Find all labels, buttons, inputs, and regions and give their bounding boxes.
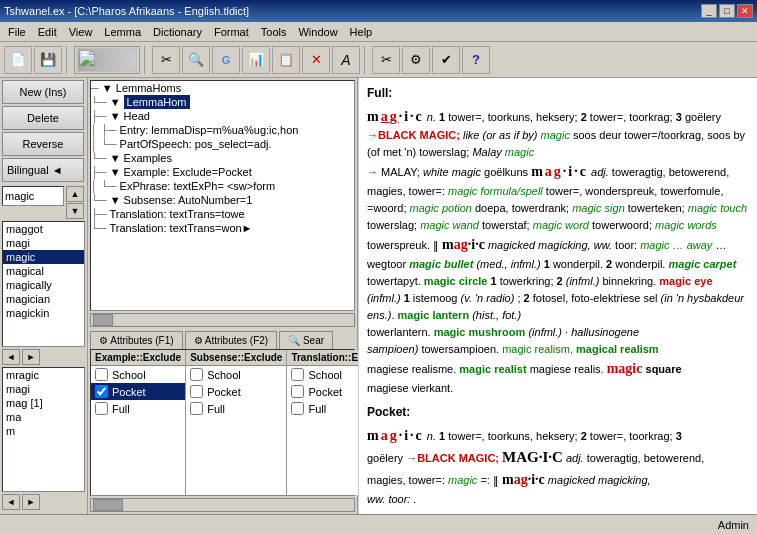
magic-square-label: square — [646, 363, 682, 375]
list-item[interactable]: magickin — [3, 306, 84, 320]
scroll-up-icon[interactable]: ▲ — [66, 186, 84, 202]
full-label-1: Full — [112, 403, 130, 415]
menu-lemma[interactable]: Lemma — [98, 24, 147, 40]
toolbar-chart[interactable]: 📊 — [242, 46, 270, 74]
full-checkbox-1[interactable] — [95, 402, 108, 415]
full-checkbox-row-1[interactable]: Full — [91, 400, 185, 417]
toolbar-font[interactable]: A — [332, 46, 360, 74]
toolbar-search[interactable]: 🔍 — [182, 46, 210, 74]
word-list[interactable]: maggot magi magic magical magically magi… — [2, 221, 85, 347]
tree-node[interactable]: ├─ ▼ Head — [91, 109, 354, 123]
pocket-adj: adj. toweragtig, betowerend, — [566, 452, 704, 464]
toolbar-gear[interactable]: ⚙ — [402, 46, 430, 74]
nav-left2-icon[interactable]: ◄ — [2, 494, 20, 510]
list-item[interactable]: mag [1] — [3, 396, 84, 410]
list-item[interactable]: magical — [3, 264, 84, 278]
list-item[interactable]: magi — [3, 236, 84, 250]
delete-button[interactable]: Delete — [2, 106, 84, 130]
bottom-hscroll-thumb[interactable] — [93, 499, 123, 511]
pocket-section-content: mag·i·c n. 1 tower=, toorkuns, heksery; … — [367, 425, 749, 509]
tab-attributes-f1[interactable]: ⚙ Attributes (F1) — [90, 331, 183, 349]
tree-hscrollbar[interactable] — [90, 313, 355, 327]
pocket-checkbox-row-1[interactable]: Pocket — [91, 383, 185, 400]
toolbar-clipboard[interactable]: 📋 — [272, 46, 300, 74]
list-item-selected[interactable]: magic — [3, 250, 84, 264]
toolbar-cut[interactable]: ✂ — [152, 46, 180, 74]
tree-node[interactable]: │ └─ ExPhrase: textExPh= <sw>form — [91, 179, 354, 193]
tree-node[interactable]: │ └─ PartOfSpeech: pos_select=adj. — [91, 137, 354, 151]
tab-attributes-f2[interactable]: ⚙ Attributes (F2) — [185, 331, 278, 349]
menu-tools[interactable]: Tools — [255, 24, 293, 40]
pocket-checkbox-2[interactable] — [190, 385, 203, 398]
maximize-button[interactable]: □ — [719, 4, 735, 18]
tree-node[interactable]: ├─ Translation: textTrans=towe — [91, 207, 354, 221]
full-checkbox-3[interactable] — [291, 402, 304, 415]
list-item[interactable]: m — [3, 424, 84, 438]
list-item[interactable]: magi — [3, 382, 84, 396]
pocket-checkbox-3[interactable] — [291, 385, 304, 398]
toolbar-delete[interactable]: ✕ — [302, 46, 330, 74]
menu-file[interactable]: File — [2, 24, 32, 40]
tab-search[interactable]: 🔍 Sear — [279, 331, 333, 349]
menu-dictionary[interactable]: Dictionary — [147, 24, 208, 40]
reverse-button[interactable]: Reverse — [2, 132, 84, 156]
tree-node[interactable]: └─ ▼ Examples — [91, 151, 354, 165]
tree-node[interactable]: └─ ▼ LemmaHom — [91, 95, 354, 109]
word-list-2[interactable]: mragic magi mag [1] ma m — [2, 367, 85, 493]
tree-area[interactable]: ─ ▼ LemmaHoms └─ ▼ LemmaHom ├─ ▼ Head │ … — [90, 80, 355, 311]
school-checkbox-1[interactable] — [95, 368, 108, 381]
school-checkbox-row-1[interactable]: School — [91, 366, 185, 383]
magic-formula: magic formula/spell — [448, 185, 543, 197]
pocket-ww-toor: ww. toor: . — [367, 493, 417, 505]
toolbar-google[interactable]: G — [212, 46, 240, 74]
new-button[interactable]: New (Ins) — [2, 80, 84, 104]
toolbar-check[interactable]: ✔ — [432, 46, 460, 74]
tree-node[interactable]: └─ Translation: textTrans=won► — [91, 221, 354, 235]
full-checkbox-row-2[interactable]: Full — [186, 400, 286, 417]
toolbar: 📄 💾 ✂ 🔍 G 📊 📋 ✕ A ✂ ⚙ ✔ ? — [0, 42, 757, 78]
school-checkbox-3[interactable] — [291, 368, 304, 381]
search-input[interactable] — [2, 186, 64, 206]
tree-node[interactable]: └─ ▼ Subsense: AutoNumber=1 — [91, 193, 354, 207]
tree-node[interactable]: ├─ ▼ Example: Exclude=Pocket — [91, 165, 354, 179]
infml-hallusin: (infml.) · hallusinogene — [528, 326, 639, 338]
nav-right2-icon[interactable]: ► — [22, 494, 40, 510]
tree-node[interactable]: │ ├─ Entry: lemmaDisp=m%ua%ug:ic,hon — [91, 123, 354, 137]
like-text: like (or as if by) — [463, 129, 541, 141]
scroll-down-icon[interactable]: ▼ — [66, 203, 84, 219]
list-item[interactable]: magically — [3, 278, 84, 292]
toolbar-scissors[interactable]: ✂ — [372, 46, 400, 74]
menu-format[interactable]: Format — [208, 24, 255, 40]
list-item[interactable]: mragic — [3, 368, 84, 382]
pocket-dot-text: =: ‖ — [480, 474, 502, 486]
menu-help[interactable]: Help — [344, 24, 379, 40]
minimize-button[interactable]: _ — [701, 4, 717, 18]
full-checkbox-2[interactable] — [190, 402, 203, 415]
status-bar: Admin — [0, 514, 757, 534]
magic-sign: magic sign — [572, 202, 625, 214]
bottom-hscrollbar[interactable] — [90, 498, 355, 512]
nav-arrows: ◄ ► — [2, 347, 85, 367]
center-panel: ─ ▼ LemmaHoms └─ ▼ LemmaHom ├─ ▼ Head │ … — [88, 78, 358, 514]
pocket-checkbox-1[interactable] — [95, 385, 108, 398]
school-checkbox-row-2[interactable]: School — [186, 366, 286, 383]
nav-left-icon[interactable]: ◄ — [2, 349, 20, 365]
school-checkbox-2[interactable] — [190, 368, 203, 381]
toolbar-save[interactable]: 💾 — [34, 46, 62, 74]
tree-node[interactable]: ─ ▼ LemmaHoms — [91, 81, 354, 95]
nav-right-icon[interactable]: ► — [22, 349, 40, 365]
menu-window[interactable]: Window — [292, 24, 343, 40]
list-item[interactable]: ma — [3, 410, 84, 424]
menu-view[interactable]: View — [63, 24, 99, 40]
magicked-text: magicked magicking, ww. toor: — [488, 239, 640, 251]
toolbar-help[interactable]: ? — [462, 46, 490, 74]
hscroll-thumb[interactable] — [93, 314, 113, 326]
list-item[interactable]: magician — [3, 292, 84, 306]
bilingual-button[interactable]: Bilingual ◄ — [2, 158, 84, 182]
toolbar-new[interactable]: 📄 — [4, 46, 32, 74]
close-button[interactable]: ✕ — [737, 4, 753, 18]
pocket-checkbox-row-2[interactable]: Pocket — [186, 383, 286, 400]
menu-edit[interactable]: Edit — [32, 24, 63, 40]
toolbar-logo — [77, 48, 137, 72]
list-item[interactable]: maggot — [3, 222, 84, 236]
